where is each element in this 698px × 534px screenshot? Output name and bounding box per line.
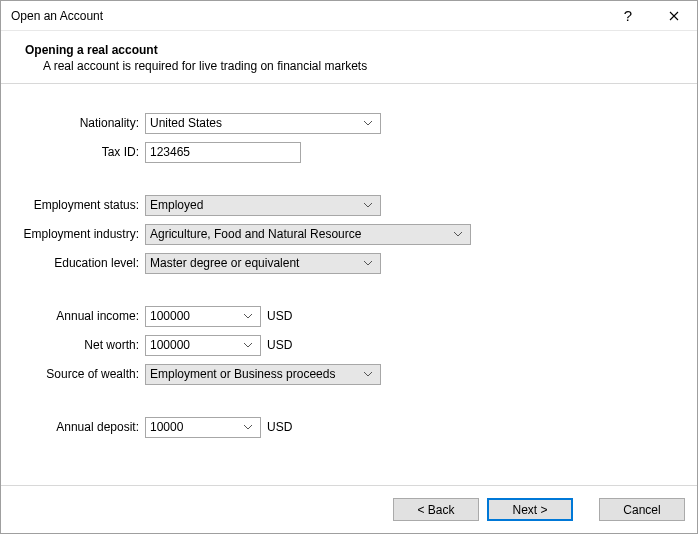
annual-deposit-value: 10000 — [150, 420, 240, 434]
header: Opening a real account A real account is… — [1, 31, 697, 84]
help-button[interactable]: ? — [605, 1, 651, 31]
header-subtitle: A real account is required for live trad… — [25, 59, 687, 73]
form-body: Nationality: United States Tax ID: Emplo… — [1, 84, 697, 485]
annual-deposit-select[interactable]: 10000 — [145, 417, 261, 438]
net-worth-value: 100000 — [150, 338, 240, 352]
label-source-of-wealth: Source of wealth: — [21, 367, 145, 381]
chevron-down-icon — [450, 232, 466, 237]
source-of-wealth-value: Employment or Business proceeds — [150, 367, 360, 381]
label-annual-deposit: Annual deposit: — [21, 420, 145, 434]
titlebar: Open an Account ? — [1, 1, 697, 31]
cancel-button[interactable]: Cancel — [599, 498, 685, 521]
header-title: Opening a real account — [25, 43, 687, 57]
label-tax-id: Tax ID: — [21, 145, 145, 159]
nationality-select[interactable]: United States — [145, 113, 381, 134]
dialog-open-account: Open an Account ? Opening a real account… — [0, 0, 698, 534]
employment-status-select[interactable]: Employed — [145, 195, 381, 216]
chevron-down-icon — [360, 121, 376, 126]
net-worth-currency: USD — [267, 338, 292, 352]
label-education-level: Education level: — [21, 256, 145, 270]
back-button[interactable]: < Back — [393, 498, 479, 521]
next-button[interactable]: Next > — [487, 498, 573, 521]
annual-income-value: 100000 — [150, 309, 240, 323]
nationality-value: United States — [150, 116, 360, 130]
help-icon: ? — [624, 7, 632, 24]
employment-status-value: Employed — [150, 198, 360, 212]
education-level-select[interactable]: Master degree or equivalent — [145, 253, 381, 274]
annual-income-select[interactable]: 100000 — [145, 306, 261, 327]
chevron-down-icon — [360, 261, 376, 266]
close-button[interactable] — [651, 1, 697, 31]
education-level-value: Master degree or equivalent — [150, 256, 360, 270]
label-employment-status: Employment status: — [21, 198, 145, 212]
chevron-down-icon — [360, 372, 376, 377]
label-employment-industry: Employment industry: — [21, 227, 145, 241]
label-nationality: Nationality: — [21, 116, 145, 130]
footer: < Back Next > Cancel — [1, 485, 697, 533]
employment-industry-value: Agriculture, Food and Natural Resource — [150, 227, 450, 241]
net-worth-select[interactable]: 100000 — [145, 335, 261, 356]
source-of-wealth-select[interactable]: Employment or Business proceeds — [145, 364, 381, 385]
label-net-worth: Net worth: — [21, 338, 145, 352]
label-annual-income: Annual income: — [21, 309, 145, 323]
chevron-down-icon — [240, 425, 256, 430]
tax-id-field[interactable] — [145, 142, 301, 163]
tax-id-input[interactable] — [150, 143, 296, 162]
chevron-down-icon — [360, 203, 376, 208]
annual-deposit-currency: USD — [267, 420, 292, 434]
chevron-down-icon — [240, 314, 256, 319]
annual-income-currency: USD — [267, 309, 292, 323]
employment-industry-select[interactable]: Agriculture, Food and Natural Resource — [145, 224, 471, 245]
chevron-down-icon — [240, 343, 256, 348]
close-icon — [669, 11, 679, 21]
window-title: Open an Account — [11, 9, 605, 23]
